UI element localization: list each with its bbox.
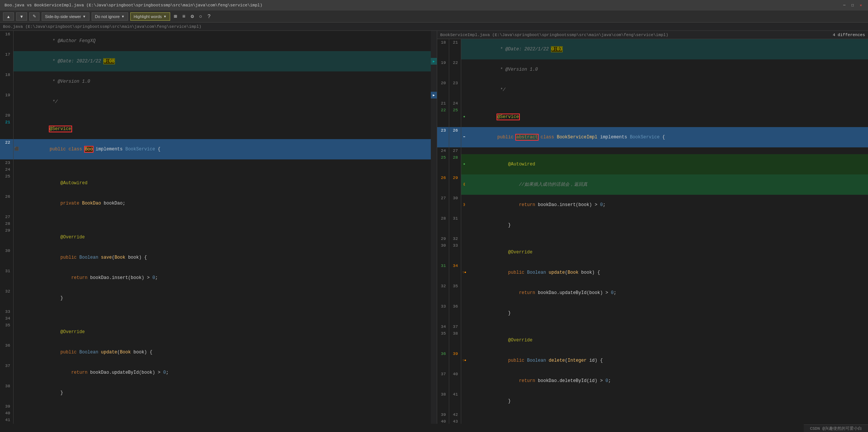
diff-indicator: ⟫ <box>461 195 467 215</box>
help-icon[interactable]: ? <box>206 13 212 20</box>
left-code-container[interactable]: 16 * @Author FengXQ 17 * @Date: 2022/1/2… <box>0 31 431 424</box>
table-row: 27 30 ⟫ return bookDao.insert(book) > 0; <box>437 195 868 215</box>
code-content: @Override <box>20 417 431 424</box>
line-number-right: 26 <box>449 127 461 147</box>
table-row: 32 35 return bookDao.updateById(book) > … <box>437 283 868 303</box>
table-row: 29 @Override <box>0 227 431 247</box>
line-number: 21 <box>0 119 14 139</box>
diff-indicator <box>461 371 467 391</box>
code-content <box>20 308 431 315</box>
diff-indicator <box>461 39 467 59</box>
edit-button[interactable]: ✎ <box>29 12 39 21</box>
prev-diff-button[interactable]: ▲ <box>3 12 14 21</box>
line-number: 25 <box>0 173 14 193</box>
circle-icon[interactable]: ○ <box>198 13 204 20</box>
table-row: 34 <box>0 315 431 322</box>
settings-icon[interactable]: ⚙ <box>189 12 195 20</box>
table-row: 38 41 } <box>437 391 868 411</box>
diff-indicator <box>14 403 20 410</box>
code-content <box>20 410 431 417</box>
ignore-dropdown[interactable]: Do not ignore ▼ <box>92 12 128 21</box>
table-row: 20 <box>0 112 431 119</box>
code-content: return bookDao.updateById(book) > 0; <box>20 362 431 383</box>
code-content <box>20 159 431 166</box>
code-content: * @Version 1.0 <box>467 59 868 80</box>
line-number: 40 <box>0 410 14 417</box>
diff-indicator <box>14 308 20 315</box>
toolbar: ▲ ▼ ✎ Side-by-side viewer ▼ Do not ignor… <box>0 11 868 23</box>
diff-indicator <box>14 220 20 227</box>
line-number-right: 25 <box>449 107 461 127</box>
table-row: 22 25 ● @Service <box>437 107 868 127</box>
line-number-left: 37 <box>437 371 449 391</box>
diff-area: 16 * @Author FengXQ 17 * @Date: 2022/1/2… <box>0 31 868 424</box>
table-row: 22 ⬛ public class Boo implements BookSer… <box>0 139 431 159</box>
line-number: 17 <box>0 51 14 71</box>
code-content: */ <box>20 92 431 112</box>
next-diff-button[interactable]: ▼ <box>16 12 27 21</box>
table-row: 39 <box>0 403 431 410</box>
code-content <box>20 214 431 220</box>
bottom-status-bar: CSDN @兴趣使然的可爱小白 <box>804 424 868 432</box>
highlight-words-dropdown[interactable]: Highlight words ▼ <box>130 12 170 21</box>
diff-indicator: ⟪ <box>461 174 467 195</box>
diff-indicator: ⬅ <box>461 127 467 147</box>
close-button[interactable]: ✕ <box>858 3 863 8</box>
line-number-left: 20 <box>437 80 449 100</box>
diff-indicator <box>461 411 467 418</box>
diff-indicator <box>461 80 467 100</box>
code-content: @Service <box>467 107 868 127</box>
line-number-left: 23 <box>437 127 449 147</box>
line-number-left: 38 <box>437 391 449 411</box>
line-number: 18 <box>0 71 14 92</box>
line-number-left: 29 <box>437 235 449 242</box>
code-content: public Boolean update(Book book) { <box>20 342 431 362</box>
code-content: @Service <box>20 119 431 139</box>
viewer-dropdown[interactable]: Side-by-side viewer ▼ <box>42 12 89 21</box>
table-row: 24 27 <box>437 147 868 154</box>
line-number-right: 24 <box>449 100 461 107</box>
line-number: 35 <box>0 322 14 342</box>
table-row: 18 * @Version 1.0 <box>0 71 431 92</box>
line-number-left: 26 <box>437 174 449 195</box>
highlight-label: Highlight words <box>134 14 162 19</box>
line-number: 36 <box>0 342 14 362</box>
line-number: 27 <box>0 214 14 220</box>
viewer-label: Side-by-side viewer <box>45 14 81 19</box>
diff-count-badge[interactable]: 4 differences <box>833 33 865 37</box>
line-number-left: 18 <box>437 39 449 59</box>
line-number: 23 <box>0 159 14 166</box>
code-content: @Override <box>467 418 868 424</box>
diff-indicator <box>461 147 467 154</box>
diff-indicator <box>461 323 467 330</box>
table-row: 27 <box>0 214 431 220</box>
code-content: } <box>467 391 868 411</box>
line-number-right: 39 <box>449 350 461 371</box>
diff-indicator <box>14 166 20 173</box>
table-row: 34 37 <box>437 323 868 330</box>
code-content: * @Date: 2022/1/22 0:08 <box>20 51 431 71</box>
table-row: 36 39 ↑● public Boolean delete(Integer i… <box>437 350 868 371</box>
minimize-button[interactable]: ─ <box>842 3 847 8</box>
table-row: 31 34 ↑● public Boolean update(Book book… <box>437 262 868 283</box>
code-content: @Override <box>20 227 431 247</box>
line-number-right: 38 <box>449 330 461 350</box>
highlight-arrow-icon: ▼ <box>163 15 167 18</box>
line-number: 22 <box>0 139 14 159</box>
diff-indicator <box>14 288 20 308</box>
code-content: private BookDao bookDao; <box>20 193 431 214</box>
diff-marker-2: ▶ <box>431 92 437 99</box>
right-code-container[interactable]: 18 21 * @Date: 2022/1/22 0:03 19 22 * @V… <box>437 39 868 424</box>
maximize-button[interactable]: □ <box>850 3 855 8</box>
layout-icon[interactable]: ⊞ <box>172 12 178 20</box>
line-number-right: 27 <box>449 147 461 154</box>
code-content: @Autowired <box>467 154 868 174</box>
line-number-left: 33 <box>437 303 449 323</box>
line-number-left: 27 <box>437 195 449 215</box>
code-content <box>467 323 868 330</box>
code-content: } <box>467 215 868 235</box>
diff-indicator <box>14 31 20 51</box>
diff-indicator <box>461 242 467 262</box>
status-text: CSDN @兴趣使然的可爱小白 <box>810 426 862 431</box>
list-icon[interactable]: ≡ <box>181 13 187 20</box>
